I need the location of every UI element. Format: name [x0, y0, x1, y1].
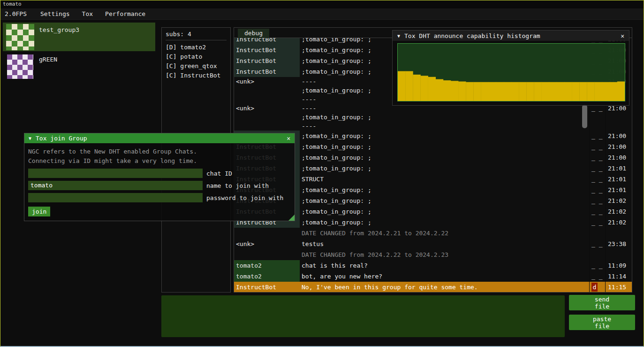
chat-row[interactable]: DATE CHANGED from 2024.2.21 to 2024.2.22: [234, 228, 632, 239]
chat-id-label: chat ID: [206, 170, 232, 177]
timestamp: 21:01: [605, 174, 632, 185]
contact-name: test_group3: [39, 26, 79, 33]
paste-file-label-line1: paste: [593, 316, 611, 323]
system-message: DATE CHANGED from 2024.2.22 to 2024.2.23: [300, 249, 589, 260]
message-flags: [589, 228, 605, 239]
chat-row[interactable]: InstructBotNo, I've been in this group f…: [234, 282, 632, 292]
timestamp: 21:02: [605, 217, 632, 228]
collapse-icon[interactable]: ▼: [397, 33, 400, 39]
join-info-line: Connecting via ID might take a very long…: [28, 156, 291, 166]
timestamp: [605, 249, 632, 260]
tab-debug[interactable]: debug: [238, 29, 269, 38]
join-button[interactable]: join: [28, 207, 50, 216]
sender-name: InstructBot: [234, 45, 300, 55]
menu-item-performance[interactable]: Performance: [99, 8, 152, 20]
chat-row[interactable]: DATE CHANGED from 2024.2.22 to 2024.2.23: [234, 249, 632, 260]
timestamp: 21:00: [605, 131, 632, 141]
sender-name: [234, 228, 300, 239]
message-flags: _ _: [589, 152, 605, 163]
message-flags: _ _: [589, 163, 605, 174]
send-file-label-line2: file: [595, 303, 609, 310]
sender-name: tomato2: [234, 260, 300, 271]
delivery-flag: d: [591, 283, 598, 292]
close-icon[interactable]: ✕: [621, 32, 624, 39]
send-file-label-line1: send: [595, 296, 609, 303]
message-text: STRUCT: [300, 174, 589, 185]
join-name-label: name to join with: [206, 182, 269, 189]
chat-row[interactable]: tomato2chat is this real?_ _11:09: [234, 260, 632, 271]
message-text: ;tomato_in_group: ;: [300, 206, 589, 217]
timestamp: 21:02: [605, 195, 632, 206]
close-icon[interactable]: ✕: [287, 135, 290, 142]
separator: [166, 40, 227, 40]
chat-row[interactable]: tomato2bot, are you new here?_ _11:14: [234, 271, 632, 282]
collapse-icon[interactable]: ▼: [29, 136, 31, 141]
message-flags: _ _: [589, 206, 605, 217]
timestamp: 21:01: [605, 163, 632, 174]
join-password-input[interactable]: [28, 193, 203, 202]
message-flags: _ _: [589, 260, 605, 271]
message-flags: _ _: [589, 141, 605, 152]
message-text: ;tomato_in_group: ;: [300, 131, 589, 141]
message-flags: _ _: [589, 104, 605, 131]
timestamp: [605, 228, 632, 239]
member-item[interactable]: [C] potato: [162, 52, 230, 62]
histogram-window-title: Tox DHT announce capability histogram: [404, 32, 621, 39]
message-flags: _ _: [589, 174, 605, 185]
histogram-window-titlebar[interactable]: ▼ Tox DHT announce capability histogram …: [393, 31, 629, 41]
window-title: tomato: [3, 1, 22, 7]
message-text: ;tomato_in_group: ;: [300, 185, 589, 195]
contact-item-test-group3[interactable]: test_group3: [3, 23, 155, 51]
histogram-window-body: [393, 41, 629, 105]
sender-name: InstructBot: [234, 282, 300, 292]
message-flags: _ _: [589, 271, 605, 282]
message-text: ;tomato_in_group: ;: [300, 152, 589, 163]
member-item[interactable]: [C] InstructBot: [162, 71, 230, 80]
member-item[interactable]: [D] tomato2: [162, 43, 230, 52]
message-flags: _ _: [589, 239, 605, 249]
timestamp: 21:00: [605, 104, 632, 131]
chat-row[interactable]: <unk>---- ;tomato_in_group: ; ----_ _21:…: [234, 104, 632, 131]
contact-avatar: [7, 54, 33, 79]
histogram-window: ▼ Tox DHT announce capability histogram …: [392, 30, 629, 106]
window-titlebar[interactable]: tomato: [0, 0, 644, 8]
message-text: ;tomato_in_group: ;: [300, 217, 589, 228]
app-window: tomato 2.0FPS Settings Tox Performance t…: [0, 0, 644, 347]
timestamp: 21:02: [605, 206, 632, 217]
message-flags: _ _: [589, 185, 605, 195]
message-flags: _ _: [589, 131, 605, 141]
timestamp: 11:14: [605, 271, 632, 282]
join-info-line: NGC refers to the New DHT enabled Group …: [28, 147, 291, 156]
message-text: ;tomato_in_group: ;: [300, 195, 589, 206]
dht-capability-plot: [397, 43, 625, 101]
join-group-window: ▼ Tox join Group ✕ NGC refers to the New…: [24, 133, 295, 221]
message-flags: _ _: [589, 217, 605, 228]
chat-scrollbar[interactable]: [582, 105, 587, 128]
group-avatar: [6, 24, 34, 50]
sender-name: InstructBot: [234, 38, 300, 45]
menu-item-settings[interactable]: Settings: [34, 8, 76, 20]
join-window-body: NGC refers to the New DHT enabled Group …: [24, 143, 295, 221]
paste-file-label-line2: file: [595, 323, 609, 330]
paste-file-button[interactable]: paste file: [569, 315, 635, 330]
join-name-input[interactable]: tomato: [28, 181, 203, 190]
member-item[interactable]: [C] green_qtox: [162, 62, 230, 71]
histogram-bars: [398, 44, 625, 101]
send-file-button[interactable]: send file: [569, 295, 635, 310]
contact-name: gREEN: [39, 56, 57, 63]
join-window-titlebar[interactable]: ▼ Tox join Group ✕: [24, 133, 295, 143]
timestamp: 11:09: [605, 260, 632, 271]
timestamp: 23:38: [605, 239, 632, 249]
timestamp: 21:00: [605, 141, 632, 152]
timestamp: 21:00: [605, 152, 632, 163]
message-text: chat is this real?: [300, 260, 589, 271]
message-text: ;tomato_in_group: ;: [300, 141, 589, 152]
chat-id-input[interactable]: [28, 169, 203, 178]
sender-name: tomato2: [234, 271, 300, 282]
chat-row[interactable]: <unk>testus_ _23:38: [234, 239, 632, 249]
menu-item-tox[interactable]: Tox: [76, 8, 99, 20]
message-input[interactable]: [161, 295, 565, 337]
contact-item-green[interactable]: gREEN: [3, 52, 155, 81]
menu-bar: 2.0FPS Settings Tox Performance: [0, 8, 644, 20]
resize-grip[interactable]: [288, 215, 295, 221]
